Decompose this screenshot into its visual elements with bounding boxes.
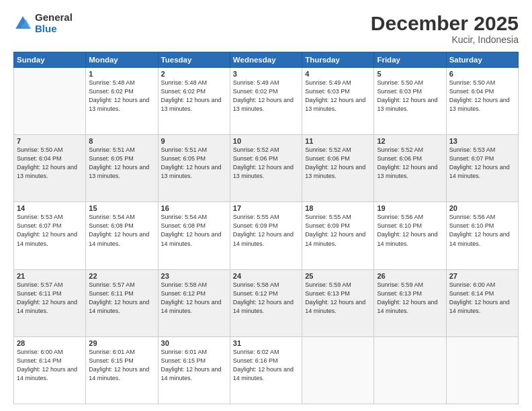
day-info: Sunrise: 5:49 AMSunset: 6:03 PMDaylight:… [305,79,371,113]
day-info: Sunrise: 5:58 AMSunset: 6:12 PMDaylight:… [161,281,227,316]
day-info: Sunrise: 6:00 AMSunset: 6:14 PMDaylight:… [17,348,83,383]
calendar-cell [302,336,374,404]
calendar-cell: 15Sunrise: 5:54 AMSunset: 6:08 PMDayligh… [86,202,158,269]
calendar-cell: 16Sunrise: 5:54 AMSunset: 6:08 PMDayligh… [158,202,230,269]
day-number: 17 [233,204,299,212]
calendar-row: 28Sunrise: 6:00 AMSunset: 6:14 PMDayligh… [14,336,519,404]
day-number: 20 [449,204,515,212]
day-number: 5 [377,70,443,78]
day-info: Sunrise: 5:49 AMSunset: 6:02 PMDaylight:… [233,79,299,113]
calendar-cell: 11Sunrise: 5:52 AMSunset: 6:06 PMDayligh… [302,135,374,202]
day-info: Sunrise: 6:01 AMSunset: 6:15 PMDaylight:… [161,348,227,383]
day-number: 4 [305,70,371,78]
day-info: Sunrise: 5:48 AMSunset: 6:02 PMDaylight:… [161,79,227,113]
day-number: 31 [233,339,299,347]
logo-blue-text: Blue [35,24,73,35]
day-number: 13 [449,137,515,145]
weekday-header-cell: Thursday [302,52,374,68]
day-info: Sunrise: 5:58 AMSunset: 6:12 PMDaylight:… [233,281,299,316]
day-info: Sunrise: 5:50 AMSunset: 6:03 PMDaylight:… [377,79,443,113]
day-info: Sunrise: 5:57 AMSunset: 6:11 PMDaylight:… [89,281,154,316]
day-number: 22 [89,272,154,280]
day-info: Sunrise: 5:54 AMSunset: 6:08 PMDaylight:… [161,213,227,248]
day-info: Sunrise: 5:53 AMSunset: 6:07 PMDaylight:… [449,146,515,181]
day-number: 3 [233,70,299,78]
day-number: 26 [377,272,443,280]
calendar-cell: 3Sunrise: 5:49 AMSunset: 6:02 PMDaylight… [230,68,302,135]
day-number: 24 [233,272,299,280]
weekday-header-cell: Wednesday [230,52,302,68]
day-number: 15 [89,204,154,212]
day-info: Sunrise: 5:52 AMSunset: 6:06 PMDaylight:… [305,146,371,181]
day-info: Sunrise: 5:55 AMSunset: 6:09 PMDaylight:… [233,213,299,248]
calendar-body: 1Sunrise: 5:48 AMSunset: 6:02 PMDaylight… [14,68,519,404]
calendar-cell: 18Sunrise: 5:55 AMSunset: 6:09 PMDayligh… [302,202,374,269]
title-block: December 2025 Kucir, Indonesia [371,12,519,45]
day-number: 30 [161,339,227,347]
calendar-cell: 31Sunrise: 6:02 AMSunset: 6:16 PMDayligh… [230,336,302,404]
day-info: Sunrise: 5:56 AMSunset: 6:10 PMDaylight:… [377,213,443,248]
calendar-cell: 20Sunrise: 5:56 AMSunset: 6:10 PMDayligh… [446,202,518,269]
weekday-header-cell: Sunday [14,52,86,68]
calendar-cell: 2Sunrise: 5:48 AMSunset: 6:02 PMDaylight… [158,68,230,135]
day-info: Sunrise: 5:51 AMSunset: 6:05 PMDaylight:… [89,146,154,181]
calendar-row: 1Sunrise: 5:48 AMSunset: 6:02 PMDaylight… [14,68,519,135]
day-info: Sunrise: 5:52 AMSunset: 6:06 PMDaylight:… [233,146,299,181]
day-number: 12 [377,137,443,145]
calendar-cell: 12Sunrise: 5:52 AMSunset: 6:06 PMDayligh… [374,135,446,202]
calendar-cell: 27Sunrise: 6:00 AMSunset: 6:14 PMDayligh… [446,269,518,336]
day-info: Sunrise: 5:59 AMSunset: 6:13 PMDaylight:… [305,281,371,316]
day-number: 11 [305,137,371,145]
day-info: Sunrise: 6:01 AMSunset: 6:15 PMDaylight:… [89,348,154,383]
calendar-cell: 4Sunrise: 5:49 AMSunset: 6:03 PMDaylight… [302,68,374,135]
logo-icon [13,14,32,33]
day-number: 7 [17,137,83,145]
month-title: December 2025 [371,12,519,34]
calendar-cell: 21Sunrise: 5:57 AMSunset: 6:11 PMDayligh… [14,269,86,336]
logo-text: General Blue [35,12,73,34]
calendar-cell: 24Sunrise: 5:58 AMSunset: 6:12 PMDayligh… [230,269,302,336]
day-info: Sunrise: 6:00 AMSunset: 6:14 PMDaylight:… [449,281,515,316]
day-number: 18 [305,204,371,212]
day-info: Sunrise: 5:52 AMSunset: 6:06 PMDaylight:… [377,146,443,181]
day-info: Sunrise: 5:50 AMSunset: 6:04 PMDaylight:… [449,79,515,113]
day-info: Sunrise: 5:57 AMSunset: 6:11 PMDaylight:… [17,281,83,316]
calendar-cell: 29Sunrise: 6:01 AMSunset: 6:15 PMDayligh… [86,336,158,404]
day-number: 1 [89,70,154,78]
logo-general-text: General [35,12,73,24]
day-info: Sunrise: 5:53 AMSunset: 6:07 PMDaylight:… [17,213,83,248]
calendar-cell: 19Sunrise: 5:56 AMSunset: 6:10 PMDayligh… [374,202,446,269]
day-info: Sunrise: 5:54 AMSunset: 6:08 PMDaylight:… [89,213,154,248]
day-number: 9 [161,137,227,145]
calendar-cell: 17Sunrise: 5:55 AMSunset: 6:09 PMDayligh… [230,202,302,269]
day-info: Sunrise: 5:59 AMSunset: 6:13 PMDaylight:… [377,281,443,316]
calendar-row: 14Sunrise: 5:53 AMSunset: 6:07 PMDayligh… [14,202,519,269]
day-number: 6 [449,70,515,78]
day-number: 23 [161,272,227,280]
weekday-header-cell: Monday [86,52,158,68]
calendar-cell: 25Sunrise: 5:59 AMSunset: 6:13 PMDayligh… [302,269,374,336]
logo: General Blue [13,12,73,34]
day-number: 28 [17,339,83,347]
day-info: Sunrise: 5:50 AMSunset: 6:04 PMDaylight:… [17,146,83,181]
calendar-cell: 8Sunrise: 5:51 AMSunset: 6:05 PMDaylight… [86,135,158,202]
calendar-cell: 13Sunrise: 5:53 AMSunset: 6:07 PMDayligh… [446,135,518,202]
calendar-cell: 23Sunrise: 5:58 AMSunset: 6:12 PMDayligh… [158,269,230,336]
calendar-cell: 1Sunrise: 5:48 AMSunset: 6:02 PMDaylight… [86,68,158,135]
calendar-cell: 22Sunrise: 5:57 AMSunset: 6:11 PMDayligh… [86,269,158,336]
location: Kucir, Indonesia [371,34,519,45]
day-number: 14 [17,204,83,212]
calendar-cell [14,68,86,135]
calendar-cell [374,336,446,404]
day-info: Sunrise: 5:56 AMSunset: 6:10 PMDaylight:… [449,213,515,248]
calendar-cell: 28Sunrise: 6:00 AMSunset: 6:14 PMDayligh… [14,336,86,404]
day-number: 27 [449,272,515,280]
weekday-header-cell: Friday [374,52,446,68]
day-number: 29 [89,339,154,347]
day-info: Sunrise: 5:55 AMSunset: 6:09 PMDaylight:… [305,213,371,248]
header: General Blue December 2025 Kucir, Indone… [13,12,519,45]
calendar-cell [446,336,518,404]
day-info: Sunrise: 5:48 AMSunset: 6:02 PMDaylight:… [89,79,154,113]
calendar-row: 7Sunrise: 5:50 AMSunset: 6:04 PMDaylight… [14,135,519,202]
calendar-table: SundayMondayTuesdayWednesdayThursdayFrid… [13,52,519,404]
